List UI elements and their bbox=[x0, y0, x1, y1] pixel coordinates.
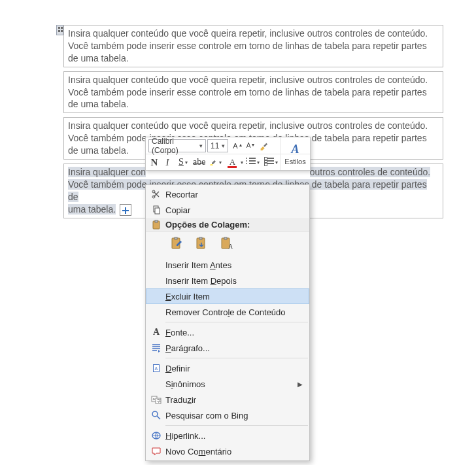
svg-rect-7 bbox=[175, 237, 177, 239]
scissors-icon bbox=[147, 189, 165, 199]
menu-translate[interactable]: a字 Traduzir bbox=[146, 392, 309, 407]
shrink-font-button[interactable]: A▾ bbox=[243, 139, 254, 152]
font-color-button[interactable]: A ▾ bbox=[225, 156, 243, 169]
svg-rect-5 bbox=[155, 220, 158, 222]
svg-rect-11 bbox=[224, 237, 227, 239]
svg-rect-3 bbox=[155, 208, 160, 214]
clipboard-arrow-icon bbox=[195, 237, 209, 251]
menu-define[interactable]: A Definir bbox=[146, 360, 309, 376]
menu-delete-item[interactable]: Excluir Item bbox=[146, 288, 309, 304]
chevron-right-icon: ▶ bbox=[298, 381, 303, 388]
font-name-value: Calibri (Corpo) bbox=[152, 137, 198, 155]
strikethrough-button[interactable]: abe bbox=[193, 156, 205, 169]
format-painter-button[interactable] bbox=[256, 139, 271, 152]
clipboard-icon bbox=[147, 220, 165, 230]
numbering-button[interactable]: ▾ bbox=[263, 156, 280, 169]
menu-label: Inserir Item Depois bbox=[165, 276, 303, 286]
translate-icon: a字 bbox=[147, 394, 165, 405]
placeholder-text: Insira qualquer conteúdo que você queira… bbox=[68, 28, 428, 63]
bullets-icon bbox=[246, 158, 256, 167]
copy-icon bbox=[147, 205, 165, 215]
chevron-down-icon: ▾ bbox=[198, 143, 204, 149]
bullets-button[interactable]: ▾ bbox=[245, 156, 262, 169]
font-size-combo[interactable]: 11 ▾ bbox=[207, 139, 228, 152]
selected-text: uma tabela. bbox=[68, 204, 116, 215]
repeating-item-1[interactable]: Insira qualquer conteúdo que você queira… bbox=[63, 25, 443, 67]
menu-copy[interactable]: Copiar bbox=[146, 202, 309, 218]
font-size-value: 11 bbox=[211, 141, 219, 150]
menu-label: Excluir Item bbox=[165, 292, 303, 301]
menu-label: Novo Comentário bbox=[165, 447, 303, 456]
menu-label: Parágrafo... bbox=[165, 343, 303, 353]
menu-paragraph[interactable]: Parágrafo... bbox=[146, 340, 309, 356]
bold-label: N bbox=[151, 157, 158, 168]
chevron-down-icon: ▾ bbox=[220, 143, 226, 149]
menu-separator bbox=[165, 322, 308, 322]
numbering-icon bbox=[265, 158, 274, 167]
menu-label: Fonte... bbox=[165, 328, 303, 337]
menu-label: Sinônimos bbox=[165, 379, 298, 389]
comment-icon bbox=[147, 446, 165, 456]
menu-label: Definir bbox=[165, 364, 303, 373]
bold-button[interactable]: N bbox=[148, 156, 160, 169]
menu-label: Copiar bbox=[165, 205, 303, 215]
menu-label: Traduzir bbox=[165, 395, 303, 405]
menu-insert-item-before[interactable]: Inserir Item Antes bbox=[146, 257, 309, 273]
menu-synonyms[interactable]: Sinônimos ▶ bbox=[146, 376, 309, 392]
menu-label: Recortar bbox=[165, 190, 303, 199]
italic-button[interactable]: I bbox=[162, 156, 173, 169]
repeating-item-2[interactable]: Insira qualquer conteúdo que você queira… bbox=[63, 71, 443, 114]
font-name-combo[interactable]: Calibri (Corpo) ▾ bbox=[148, 139, 206, 152]
search-icon bbox=[147, 410, 165, 421]
paste-options-header: Opções de Colagem: bbox=[146, 218, 309, 232]
strike-label: abe bbox=[193, 157, 205, 167]
styles-button[interactable]: A Estilos bbox=[280, 137, 310, 170]
link-icon bbox=[147, 430, 165, 441]
context-menu: Recortar Copiar Opções de Colagem: A Ins… bbox=[145, 184, 310, 461]
menu-cut[interactable]: Recortar bbox=[146, 186, 309, 202]
menu-label: Inserir Item Antes bbox=[165, 260, 303, 270]
highlight-icon bbox=[209, 158, 218, 167]
menu-insert-item-after[interactable]: Inserir Item Depois bbox=[146, 273, 309, 288]
selected-text: Insira qualquer con bbox=[68, 167, 146, 177]
clipboard-brush-icon bbox=[170, 237, 184, 251]
grow-font-button[interactable]: A▴ bbox=[230, 139, 241, 152]
menu-hyperlink[interactable]: Hiperlink... bbox=[146, 428, 309, 443]
svg-text:字: 字 bbox=[157, 398, 161, 403]
book-icon: A bbox=[147, 363, 165, 373]
paragraph-icon bbox=[147, 343, 165, 353]
styles-label: Estilos bbox=[284, 158, 305, 165]
svg-rect-9 bbox=[199, 237, 202, 239]
menu-separator bbox=[165, 358, 308, 358]
italic-label: I bbox=[166, 157, 169, 168]
menu-label: Remover Controle de Conteúdo bbox=[165, 307, 303, 317]
placeholder-text: Insira qualquer conteúdo que você queira… bbox=[68, 75, 428, 110]
highlight-button[interactable]: ▾ bbox=[207, 156, 224, 169]
menu-label: Opções de Colagem: bbox=[165, 220, 250, 230]
svg-point-20 bbox=[152, 411, 158, 417]
menu-label: Pesquisar com o Bing bbox=[165, 411, 303, 421]
clipboard-letter-icon: A bbox=[220, 237, 234, 251]
svg-text:A: A bbox=[228, 243, 233, 250]
paintbrush-icon bbox=[259, 141, 268, 150]
menu-search-bing[interactable]: Pesquisar com o Bing bbox=[146, 407, 309, 423]
paste-text-only-button[interactable]: A bbox=[218, 235, 236, 253]
menu-font[interactable]: A Fonte... bbox=[146, 324, 309, 340]
paste-keep-source-button[interactable] bbox=[168, 235, 186, 253]
underline-label: S bbox=[178, 157, 184, 167]
menu-remove-content-control[interactable]: Remover Controle de Conteúdo bbox=[146, 304, 309, 320]
menu-label: Hiperlink... bbox=[165, 431, 303, 441]
paste-merge-button[interactable] bbox=[193, 235, 211, 253]
selected-text: outros controles de conteúdo. bbox=[310, 167, 430, 177]
styles-icon: A bbox=[291, 143, 299, 156]
menu-separator bbox=[165, 425, 308, 426]
svg-text:A: A bbox=[155, 366, 158, 371]
paste-options-row: A bbox=[146, 232, 309, 257]
mini-toolbar: Calibri (Corpo) ▾ 11 ▾ A▴ A▾ N I S▾ abe … bbox=[145, 137, 311, 171]
add-item-button[interactable] bbox=[120, 204, 131, 216]
menu-new-comment[interactable]: Novo Comentário bbox=[146, 443, 309, 459]
underline-button[interactable]: S▾ bbox=[175, 156, 192, 169]
content-control-handle[interactable] bbox=[56, 25, 63, 35]
font-icon: A bbox=[147, 327, 165, 337]
